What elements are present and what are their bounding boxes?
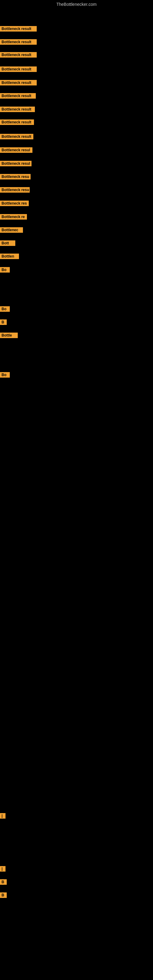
bottleneck-result-label: Bottleneck result bbox=[0, 134, 33, 139]
bottleneck-result-label: Bottleneck re bbox=[0, 214, 27, 220]
bottleneck-result-label: Bottleneck result bbox=[0, 52, 37, 57]
bottleneck-result-label: Bottleneck result bbox=[0, 119, 34, 125]
bottleneck-result-label: Bottleneck result bbox=[0, 39, 37, 45]
bottleneck-result-label: | bbox=[0, 866, 5, 872]
bottleneck-result-label: Bottleneck result bbox=[0, 107, 35, 112]
bottleneck-result-label: Bottleneck result bbox=[0, 26, 37, 32]
bottleneck-result-label: Bottleneck resul bbox=[0, 161, 32, 166]
bottleneck-result-label: Bottleneck result bbox=[0, 80, 37, 86]
bottleneck-result-label: Bottleneck resu bbox=[0, 174, 30, 180]
bottleneck-result-label: Bottleneck result bbox=[0, 67, 37, 72]
bottleneck-result-label: Bott bbox=[0, 240, 15, 246]
bottleneck-result-label: B bbox=[0, 879, 7, 885]
bottleneck-result-label: Bottleneck resu bbox=[0, 187, 30, 192]
bottleneck-result-label: Bottleneck resul bbox=[0, 147, 32, 153]
bottleneck-result-label: Bottlen bbox=[0, 254, 19, 259]
bottleneck-result-label: Bo bbox=[0, 306, 10, 312]
bottleneck-result-label: Bo bbox=[0, 267, 10, 272]
bottleneck-result-label: B bbox=[0, 320, 7, 325]
site-title: TheBottlenecker.com bbox=[0, 0, 153, 9]
bottleneck-result-label: | bbox=[0, 813, 5, 819]
bottleneck-result-label: Bo bbox=[0, 372, 10, 378]
bottleneck-result-label: Bottle bbox=[0, 332, 18, 338]
bottleneck-result-label: Bottleneck result bbox=[0, 93, 36, 99]
bottleneck-result-label: Bottleneck res bbox=[0, 200, 29, 206]
bottleneck-result-label: B bbox=[0, 892, 7, 898]
bottleneck-result-label: Bottlenec bbox=[0, 227, 23, 233]
